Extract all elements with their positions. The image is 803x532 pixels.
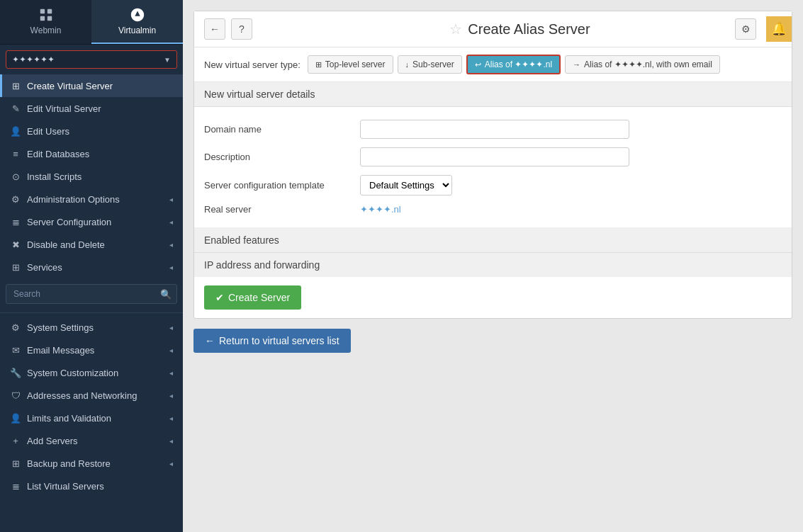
- sidebar-item-services[interactable]: ⊞ Services ◂: [0, 256, 183, 278]
- ip-forwarding-header[interactable]: IP address and forwarding: [194, 253, 792, 277]
- sidebar-item-email-messages[interactable]: ✉ Email Messages ◂: [0, 339, 183, 361]
- server-selector[interactable]: ✦✦✦✦✦✦ ▼: [6, 50, 177, 69]
- disable-icon: ✖: [10, 239, 21, 250]
- sidebar-item-server-configuration[interactable]: ≣ Server Configuration ◂: [0, 210, 183, 233]
- sidebar: Webmin Virtualmin ✦✦✦✦✦✦ ▼ ⊞ Create Virt…: [0, 0, 183, 532]
- sidebar-item-edit-users[interactable]: 👤 Edit Users: [0, 120, 183, 142]
- domain-name-input[interactable]: [360, 120, 629, 139]
- svg-rect-2: [40, 16, 44, 21]
- enabled-features-header[interactable]: Enabled features: [194, 228, 792, 253]
- panel-header: ← ? ☆ Create Alias Server ⚙ 🔔: [194, 11, 792, 47]
- sidebar-label: Disable and Delete: [27, 239, 105, 250]
- sidebar-label: Edit Users: [27, 126, 69, 137]
- create-server-label: Create Server: [228, 292, 290, 303]
- chevron-right-icon: ◂: [169, 264, 173, 271]
- sidebar-item-system-settings[interactable]: ⚙ System Settings ◂: [0, 316, 183, 339]
- real-server-row: Real server ✦✦✦✦.nl: [204, 200, 782, 219]
- sidebar-label: Edit Virtual Server: [27, 103, 101, 114]
- sidebar-label: Server Configuration: [27, 217, 111, 227]
- sidebar-item-edit-virtual-server[interactable]: ✎ Edit Virtual Server: [0, 97, 183, 120]
- search-input[interactable]: [6, 284, 177, 304]
- notification-bell-button[interactable]: 🔔: [766, 16, 792, 42]
- sub-server-btn[interactable]: ↓ Sub-server: [398, 55, 462, 74]
- search-icon: 🔍: [160, 289, 172, 300]
- svg-rect-1: [47, 9, 51, 13]
- domain-name-label: Domain name: [204, 124, 360, 135]
- sidebar-item-administration-options[interactable]: ⚙ Administration Options ◂: [0, 188, 183, 210]
- sidebar-item-list-virtual-servers[interactable]: ≣ List Virtual Servers: [0, 475, 183, 497]
- system-settings-icon: ⚙: [10, 322, 21, 333]
- description-label: Description: [204, 152, 360, 162]
- chevron-right-icon: ◂: [169, 369, 173, 377]
- sidebar-item-system-customization[interactable]: 🔧 System Customization ◂: [0, 361, 183, 384]
- check-icon: ✔: [215, 292, 224, 303]
- real-server-link[interactable]: ✦✦✦✦.nl: [360, 204, 401, 215]
- template-control: Default Settings: [360, 175, 452, 196]
- create-server-button[interactable]: ✔ Create Server: [204, 285, 301, 310]
- domain-name-row: Domain name: [204, 115, 782, 143]
- template-select[interactable]: Default Settings: [360, 175, 452, 196]
- sub-server-label: Sub-server: [412, 60, 454, 69]
- sidebar-item-backup-restore[interactable]: ⊞ Backup and Restore ◂: [0, 452, 183, 475]
- return-button[interactable]: ← Return to virtual servers list: [193, 329, 351, 353]
- help-button[interactable]: ?: [231, 18, 252, 40]
- chevron-right-icon: ◂: [169, 460, 173, 468]
- svg-rect-0: [40, 9, 44, 13]
- edit-vs-icon: ✎: [10, 103, 21, 114]
- description-input[interactable]: [360, 147, 629, 166]
- main-content: ← ? ☆ Create Alias Server ⚙ 🔔 New virtua…: [183, 0, 803, 532]
- toplevel-icon: ⊞: [315, 60, 322, 69]
- back-button[interactable]: ←: [204, 18, 225, 40]
- virtualmin-nav[interactable]: Virtualmin: [91, 0, 183, 44]
- sidebar-label: Backup and Restore: [27, 458, 111, 469]
- alias-label: Alias of ✦✦✦✦.nl: [485, 60, 552, 69]
- server-config-icon: ≣: [10, 216, 21, 227]
- users-icon: 👤: [10, 125, 21, 137]
- sidebar-label: System Settings: [27, 322, 94, 333]
- alias-email-label: Alias of ✦✦✦✦.nl, with own email: [584, 60, 712, 69]
- top-nav: Webmin Virtualmin: [0, 0, 183, 45]
- real-server-control: ✦✦✦✦.nl: [360, 204, 401, 215]
- server-selector-text: ✦✦✦✦✦✦: [12, 55, 160, 64]
- real-server-label: Real server: [204, 204, 360, 215]
- sidebar-item-limits-validation[interactable]: 👤 Limits and Validation ◂: [0, 407, 183, 429]
- create-server-row: ✔ Create Server: [194, 277, 792, 318]
- alias-email-icon: →: [573, 60, 580, 69]
- chevron-right-icon: ◂: [169, 414, 173, 422]
- sidebar-item-add-servers[interactable]: + Add Servers ◂: [0, 429, 183, 452]
- alias-server-btn[interactable]: ↩ Alias of ✦✦✦✦.nl: [466, 55, 561, 74]
- page-title: ☆ Create Alias Server: [258, 21, 782, 38]
- description-row: Description: [204, 143, 782, 171]
- create-vs-icon: ⊞: [10, 80, 21, 91]
- sidebar-item-edit-databases[interactable]: ≡ Edit Databases: [0, 142, 183, 165]
- sidebar-label: Edit Databases: [27, 149, 89, 159]
- sidebar-label: Limits and Validation: [27, 413, 111, 424]
- return-row: ← Return to virtual servers list: [193, 319, 792, 353]
- alias-email-btn[interactable]: → Alias of ✦✦✦✦.nl, with own email: [565, 55, 720, 74]
- top-level-server-btn[interactable]: ⊞ Top-level server: [308, 55, 393, 74]
- chevron-right-icon: ◂: [169, 437, 173, 445]
- services-icon: ⊞: [10, 261, 21, 273]
- sidebar-label: List Virtual Servers: [27, 481, 104, 492]
- sidebar-label: Services: [27, 262, 62, 273]
- add-servers-icon: +: [10, 435, 21, 446]
- sidebar-item-create-virtual-server[interactable]: ⊞ Create Virtual Server: [0, 74, 183, 97]
- email-icon: ✉: [10, 344, 21, 356]
- sidebar-item-install-scripts[interactable]: ⊙ Install Scripts: [0, 165, 183, 188]
- panel-settings-button[interactable]: ⚙: [735, 18, 756, 40]
- sidebar-item-addresses-networking[interactable]: 🛡 Addresses and Networking ◂: [0, 384, 183, 407]
- template-label: Server configuration template: [204, 180, 360, 191]
- return-label: Return to virtual servers list: [219, 335, 339, 346]
- new-details-header[interactable]: New virtual server details: [194, 82, 792, 107]
- alias-icon: ↩: [475, 60, 481, 69]
- chevron-right-icon: ◂: [169, 196, 173, 203]
- sidebar-label: Install Scripts: [27, 171, 82, 182]
- sidebar-item-disable-delete[interactable]: ✖ Disable and Delete ◂: [0, 233, 183, 256]
- sidebar-label: Add Servers: [27, 436, 78, 446]
- server-type-label: New virtual server type:: [204, 60, 301, 70]
- page-title-text: Create Alias Server: [468, 21, 590, 38]
- star-icon[interactable]: ☆: [449, 21, 462, 38]
- chevron-right-icon: ◂: [169, 346, 173, 354]
- wrench-icon: 🔧: [10, 367, 21, 378]
- webmin-nav[interactable]: Webmin: [0, 0, 91, 44]
